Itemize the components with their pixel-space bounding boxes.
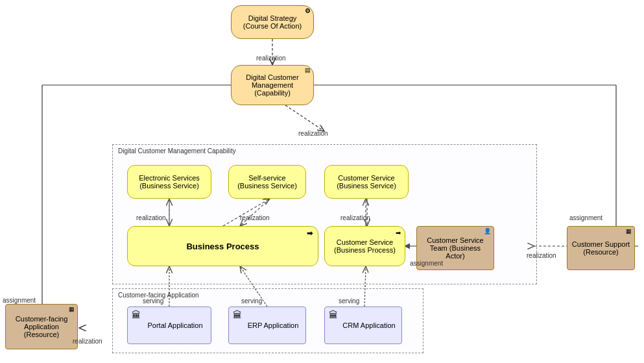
digital-customer-mgmt-label: Digital Customer Management (Capability) <box>246 73 298 97</box>
serving-label-2: serving <box>241 297 262 305</box>
customer-service-bp-label: Customer Service (Business Process) <box>334 238 396 254</box>
diagram: Digital Customer Management Capability C… <box>0 0 644 363</box>
realization-label-3: realization <box>136 214 166 221</box>
electronic-services-node: Electronic Services (Business Service) <box>127 165 211 199</box>
electronic-services-label: Electronic Services (Business Service) <box>139 174 200 190</box>
business-process-label: Business Process <box>186 242 259 251</box>
crm-application-node: 🏛 CRM Application <box>324 307 402 344</box>
customer-service-bs-label: Customer Service (Business Service) <box>337 174 396 190</box>
realization-label-2: realization <box>298 130 328 137</box>
svg-line-6 <box>285 105 324 131</box>
self-service-node: Self-service (Business Service) <box>228 165 306 199</box>
erp-application-label: ERP Application <box>248 321 299 329</box>
serving-label-3: serving <box>339 297 359 305</box>
customer-support-node: Customer Support (Resource) ▦ <box>567 226 635 270</box>
customer-support-label: Customer Support (Resource) <box>572 240 630 256</box>
dcm-capability-label: Digital Customer Management Capability <box>118 147 236 155</box>
customer-facing-app-res-label: Customer-facing Application (Resource) <box>16 315 68 338</box>
digital-strategy-label: Digital Strategy (Course Of Action) <box>243 14 302 30</box>
crm-application-label: CRM Application <box>342 321 395 329</box>
digital-strategy-node: Digital Strategy (Course Of Action) ⚙ <box>231 5 314 39</box>
portal-application-node: 🏛 Portal Application <box>127 307 211 344</box>
customer-service-bs-node: Customer Service (Business Service) <box>324 165 409 199</box>
realization-label-7: realization <box>73 338 102 345</box>
assignment-label-1: assignment <box>569 214 602 221</box>
customer-facing-app-res-node: Customer-facing Application (Resource) ▦ <box>5 304 78 349</box>
business-process-node: Business Process ➡ <box>127 226 318 266</box>
digital-customer-mgmt-node: Digital Customer Management (Capability)… <box>231 65 314 105</box>
erp-application-node: 🏛 ERP Application <box>228 307 306 344</box>
serving-label-1: serving <box>143 297 163 305</box>
realization-label-1: realization <box>256 55 286 62</box>
assignment-label-3: assignment <box>3 297 36 304</box>
realization-label-6: realization <box>527 252 556 259</box>
customer-service-bp-node: Customer Service (Business Process) ➡ <box>324 226 405 266</box>
self-service-label: Self-service (Business Service) <box>237 174 297 190</box>
realization-label-5: realization <box>340 214 370 221</box>
realization-label-4: realization <box>240 214 270 221</box>
assignment-label-2: assignment <box>410 260 443 267</box>
portal-application-label: Portal Application <box>148 321 203 329</box>
customer-service-team-label: Customer Service Team (Business Actor) <box>427 236 483 260</box>
